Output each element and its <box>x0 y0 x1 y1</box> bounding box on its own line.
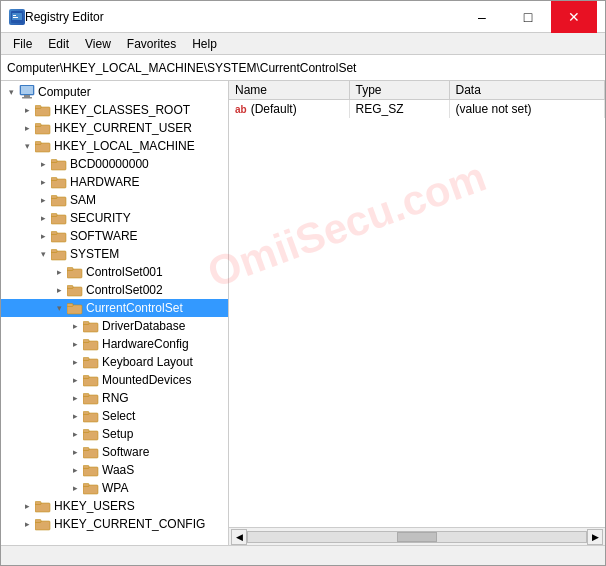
svg-rect-51 <box>83 483 89 486</box>
expand-btn-classes_root[interactable]: ▸ <box>19 102 35 118</box>
tree-item-hkey_users[interactable]: ▸ HKEY_USERS <box>1 497 228 515</box>
folder-icon-hkey_users <box>35 499 51 513</box>
expand-btn-hkey_current_config[interactable]: ▸ <box>19 516 35 532</box>
tree-item-controlset002[interactable]: ▸ ControlSet002 <box>1 281 228 299</box>
svg-rect-49 <box>83 465 89 468</box>
tree-item-waas[interactable]: ▸ WaaS <box>1 461 228 479</box>
expand-btn-computer[interactable]: ▾ <box>3 84 19 100</box>
folder-icon-setup <box>83 427 99 441</box>
tree-label-currentcontrolset: CurrentControlSet <box>86 301 224 315</box>
folder-icon-driverdatabase <box>83 319 99 333</box>
scrollbar-track[interactable] <box>247 531 587 543</box>
tree-label-controlset001: ControlSet001 <box>86 265 224 279</box>
expand-btn-currentcontrolset[interactable]: ▾ <box>51 300 67 316</box>
expand-btn-wpa[interactable]: ▸ <box>67 480 83 496</box>
expand-btn-current_user[interactable]: ▸ <box>19 120 35 136</box>
menu-item-favorites[interactable]: Favorites <box>119 35 184 53</box>
tree-item-current_user[interactable]: ▸ HKEY_CURRENT_USER <box>1 119 228 137</box>
tree-panel[interactable]: ▾ Computer▸ HKEY_CLASSES_ROOT▸ HKEY_CURR… <box>1 81 229 545</box>
folder-icon-controlset001 <box>67 265 83 279</box>
tree-item-local_machine[interactable]: ▾ HKEY_LOCAL_MACHINE <box>1 137 228 155</box>
expand-btn-system[interactable]: ▾ <box>35 246 51 262</box>
menu-item-help[interactable]: Help <box>184 35 225 53</box>
expand-btn-controlset002[interactable]: ▸ <box>51 282 67 298</box>
table-row[interactable]: ab(Default)REG_SZ(value not set) <box>229 100 605 119</box>
tree-item-keyboardlayout[interactable]: ▸ Keyboard Layout <box>1 353 228 371</box>
scroll-right-button[interactable]: ▶ <box>587 529 603 545</box>
tree-label-system: SYSTEM <box>70 247 224 261</box>
menu-item-view[interactable]: View <box>77 35 119 53</box>
menu-bar: FileEditViewFavoritesHelp <box>1 33 605 55</box>
tree-item-software[interactable]: ▸ SOFTWARE <box>1 227 228 245</box>
expand-btn-select[interactable]: ▸ <box>67 408 83 424</box>
menu-item-file[interactable]: File <box>5 35 40 53</box>
minimize-button[interactable]: – <box>459 1 505 33</box>
computer-icon-computer <box>19 85 35 99</box>
svg-rect-25 <box>51 249 57 252</box>
horizontal-scrollbar[interactable]: ◀ ▶ <box>229 527 605 545</box>
expand-btn-security[interactable]: ▸ <box>35 210 51 226</box>
expand-btn-sam[interactable]: ▸ <box>35 192 51 208</box>
expand-btn-mounteddevices[interactable]: ▸ <box>67 372 83 388</box>
expand-btn-keyboardlayout[interactable]: ▸ <box>67 354 83 370</box>
tree-item-bcd[interactable]: ▸ BCD00000000 <box>1 155 228 173</box>
tree-label-driverdatabase: DriverDatabase <box>102 319 224 333</box>
tree-item-mounteddevices[interactable]: ▸ MountedDevices <box>1 371 228 389</box>
tree-label-current_user: HKEY_CURRENT_USER <box>54 121 224 135</box>
svg-rect-47 <box>83 447 89 450</box>
tree-item-wpa[interactable]: ▸ WPA <box>1 479 228 497</box>
tree-item-controlset001[interactable]: ▸ ControlSet001 <box>1 263 228 281</box>
tree-item-hkey_current_config[interactable]: ▸ HKEY_CURRENT_CONFIG <box>1 515 228 533</box>
tree-label-hardware: HARDWARE <box>70 175 224 189</box>
tree-item-hardware[interactable]: ▸ HARDWARE <box>1 173 228 191</box>
expand-btn-local_machine[interactable]: ▾ <box>19 138 35 154</box>
tree-item-driverdatabase[interactable]: ▸ DriverDatabase <box>1 317 228 335</box>
expand-btn-software2[interactable]: ▸ <box>67 444 83 460</box>
tree-label-hardwareconfig: HardwareConfig <box>102 337 224 351</box>
tree-item-sam[interactable]: ▸ SAM <box>1 191 228 209</box>
folder-icon-hardwareconfig <box>83 337 99 351</box>
cell-name: ab(Default) <box>229 100 349 119</box>
svg-rect-45 <box>83 429 89 432</box>
tree-item-system[interactable]: ▾ SYSTEM <box>1 245 228 263</box>
expand-btn-hardwareconfig[interactable]: ▸ <box>67 336 83 352</box>
expand-btn-rng[interactable]: ▸ <box>67 390 83 406</box>
tree-label-classes_root: HKEY_CLASSES_ROOT <box>54 103 224 117</box>
expand-btn-hkey_users[interactable]: ▸ <box>19 498 35 514</box>
folder-icon-controlset002 <box>67 283 83 297</box>
registry-table: Name Type Data ab(Default)REG_SZ(value n… <box>229 81 605 527</box>
cell-type: REG_SZ <box>349 100 449 119</box>
tree-item-software2[interactable]: ▸ Software <box>1 443 228 461</box>
svg-rect-35 <box>83 339 89 342</box>
tree-item-classes_root[interactable]: ▸ HKEY_CLASSES_ROOT <box>1 101 228 119</box>
address-bar: Computer\HKEY_LOCAL_MACHINE\SYSTEM\Curre… <box>1 55 605 81</box>
expand-btn-waas[interactable]: ▸ <box>67 462 83 478</box>
scrollbar-thumb[interactable] <box>397 532 437 542</box>
expand-btn-driverdatabase[interactable]: ▸ <box>67 318 83 334</box>
close-button[interactable]: ✕ <box>551 1 597 33</box>
menu-item-edit[interactable]: Edit <box>40 35 77 53</box>
expand-btn-controlset001[interactable]: ▸ <box>51 264 67 280</box>
tree-item-select[interactable]: ▸ Select <box>1 407 228 425</box>
svg-rect-21 <box>51 213 57 216</box>
col-data: Data <box>449 81 605 100</box>
expand-btn-bcd[interactable]: ▸ <box>35 156 51 172</box>
folder-icon-wpa <box>83 481 99 495</box>
scroll-left-button[interactable]: ◀ <box>231 529 247 545</box>
ab-icon: ab <box>235 104 247 115</box>
app-icon <box>9 9 25 25</box>
tree-item-security[interactable]: ▸ SECURITY <box>1 209 228 227</box>
tree-item-setup[interactable]: ▸ Setup <box>1 425 228 443</box>
svg-rect-19 <box>51 195 57 198</box>
expand-btn-software[interactable]: ▸ <box>35 228 51 244</box>
expand-btn-hardware[interactable]: ▸ <box>35 174 51 190</box>
status-bar <box>1 545 605 566</box>
tree-item-currentcontrolset[interactable]: ▾ CurrentControlSet <box>1 299 228 317</box>
tree-item-hardwareconfig[interactable]: ▸ HardwareConfig <box>1 335 228 353</box>
maximize-button[interactable]: □ <box>505 1 551 33</box>
expand-btn-setup[interactable]: ▸ <box>67 426 83 442</box>
tree-item-rng[interactable]: ▸ RNG <box>1 389 228 407</box>
svg-rect-11 <box>35 123 41 126</box>
tree-item-computer[interactable]: ▾ Computer <box>1 83 228 101</box>
tree-label-mounteddevices: MountedDevices <box>102 373 224 387</box>
